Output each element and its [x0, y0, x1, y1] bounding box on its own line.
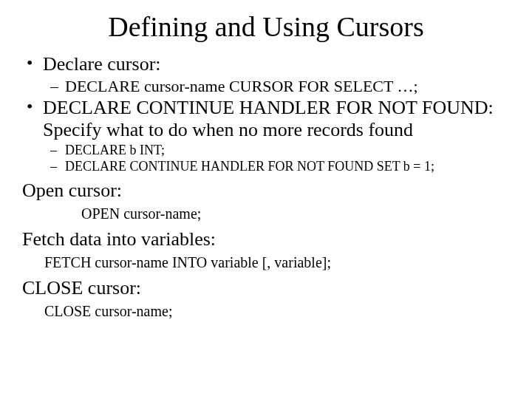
- code-fetch: FETCH cursor-name INTO variable [, varia…: [22, 253, 510, 271]
- subbullet-declare-cursor-syntax: DECLARE cursor-name CURSOR FOR SELECT …;: [22, 77, 510, 95]
- bullet-declare-cursor: Declare cursor:: [22, 53, 510, 75]
- bullet-continue-handler: DECLARE CONTINUE HANDLER FOR NOT FOUND: …: [22, 97, 510, 141]
- section-fetch: Fetch data into variables:: [22, 228, 510, 250]
- subbullet-declare-handler-set: DECLARE CONTINUE HANDLER FOR NOT FOUND S…: [22, 159, 510, 174]
- code-close: CLOSE cursor-name;: [22, 302, 510, 320]
- slide: Defining and Using Cursors Declare curso…: [0, 0, 532, 399]
- code-open-cursor: OPEN cursor-name;: [22, 205, 510, 222]
- section-close: CLOSE cursor:: [22, 277, 510, 299]
- subbullet-declare-b-int: DECLARE b INT;: [22, 143, 510, 158]
- section-open-cursor: Open cursor:: [22, 180, 510, 202]
- slide-title: Defining and Using Cursors: [22, 10, 510, 43]
